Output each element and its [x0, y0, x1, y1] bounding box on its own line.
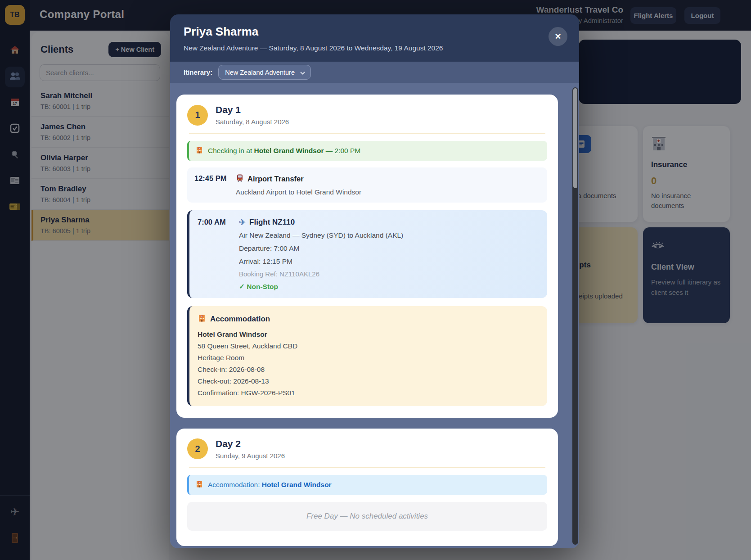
- checkin-prefix: Checking in at: [208, 147, 252, 154]
- accommodation-address: 58 Queen Street, Auckland CBD: [198, 342, 539, 350]
- activity-detail: Auckland Airport to Hotel Grand Windsor: [236, 188, 361, 196]
- flight-card: 7:00 AM ✈ Flight NZ110 Air New Zealand —…: [187, 210, 547, 298]
- day-2-card: 2 Day 2 Sunday, 9 August 2026 H Accommod…: [176, 429, 558, 546]
- accommodation-confirmation: Confirmation: HGW-2026-PS01: [198, 389, 539, 397]
- accommodation-room: Heritage Room: [198, 354, 539, 362]
- accommodation-checkout: Check-out: 2026-08-13: [198, 377, 539, 385]
- accommodation-name: Hotel Grand Windsor: [198, 330, 539, 339]
- close-icon: ✕: [554, 32, 561, 41]
- day-title: Day 1: [216, 104, 289, 115]
- day-divider: [189, 133, 545, 134]
- hotel-icon: H: [195, 146, 203, 156]
- itinerary-select[interactable]: New Zealand Adventure: [218, 65, 311, 80]
- day-date: Sunday, 9 August 2026: [216, 452, 285, 460]
- itinerary-select-value: New Zealand Adventure: [225, 69, 295, 76]
- hotel-icon: H: [198, 314, 206, 325]
- itinerary-bar: Itinerary: New Zealand Adventure: [170, 62, 579, 83]
- modal-scrollbar[interactable]: [572, 87, 578, 545]
- chevron-down-icon: [300, 69, 305, 76]
- day-divider: [189, 467, 545, 468]
- free-day-note: Free Day — No scheduled activities: [187, 502, 547, 531]
- svg-text:H: H: [199, 482, 200, 483]
- itinerary-label: Itinerary:: [184, 68, 212, 76]
- plane-icon: ✈: [239, 217, 246, 227]
- flight-arrival: Arrival: 12:15 PM: [239, 257, 403, 266]
- day-number-badge: 2: [187, 438, 208, 459]
- accommodation-note-label: Accommodation:: [208, 481, 260, 488]
- hotel-icon: H: [195, 480, 203, 490]
- svg-text:H: H: [199, 148, 200, 149]
- modal-title: Priya Sharma: [184, 25, 566, 39]
- flight-nonstop-badge: ✓ Non-Stop: [239, 283, 403, 291]
- day-1-card: 1 Day 1 Saturday, 8 August 2026 H Checki…: [176, 95, 558, 418]
- checkin-note: H Checking in at Hotel Grand Windsor — 2…: [187, 141, 547, 161]
- accommodation-card: H Accommodation Hotel Grand Windsor 58 Q…: [187, 306, 547, 406]
- day-number-badge: 1: [187, 105, 208, 126]
- transfer-activity: 12:45 PM Airport Transfer Auckland Airpo…: [187, 167, 547, 203]
- metro-icon: [236, 174, 244, 184]
- checkin-time: — 2:00 PM: [326, 147, 361, 154]
- client-itinerary-modal: Priya Sharma New Zealand Adventure — Sat…: [170, 14, 579, 548]
- close-button[interactable]: ✕: [549, 27, 567, 46]
- flight-route: Air New Zealand — Sydney (SYD) to Auckla…: [239, 231, 403, 240]
- accommodation-title: Accommodation: [210, 315, 270, 324]
- accommodation-note: H Accommodation: Hotel Grand Windsor: [187, 475, 547, 495]
- day-date: Saturday, 8 August 2026: [216, 118, 289, 126]
- day-title: Day 2: [216, 438, 285, 449]
- modal-header: Priya Sharma New Zealand Adventure — Sat…: [170, 14, 579, 62]
- itinerary-scroll-area: 1 Day 1 Saturday, 8 August 2026 H Checki…: [170, 83, 579, 548]
- flight-departure: Departure: 7:00 AM: [239, 244, 403, 253]
- flight-time: 7:00 AM: [198, 217, 239, 291]
- svg-text:H: H: [201, 316, 202, 317]
- accommodation-note-hotel: Hotel Grand Windsor: [262, 481, 332, 488]
- checkin-hotel: Hotel Grand Windsor: [254, 147, 324, 154]
- modal-subtitle: New Zealand Adventure — Saturday, 8 Augu…: [184, 44, 566, 52]
- activity-time: 12:45 PM: [194, 174, 236, 196]
- accommodation-checkin: Check-in: 2026-08-08: [198, 366, 539, 374]
- flight-booking-ref: Booking Ref: NZ110AKL26: [239, 270, 403, 278]
- flight-title: Flight NZ110: [249, 218, 295, 227]
- activity-title: Airport Transfer: [247, 175, 304, 183]
- modal-scrollbar-thumb[interactable]: [573, 88, 577, 188]
